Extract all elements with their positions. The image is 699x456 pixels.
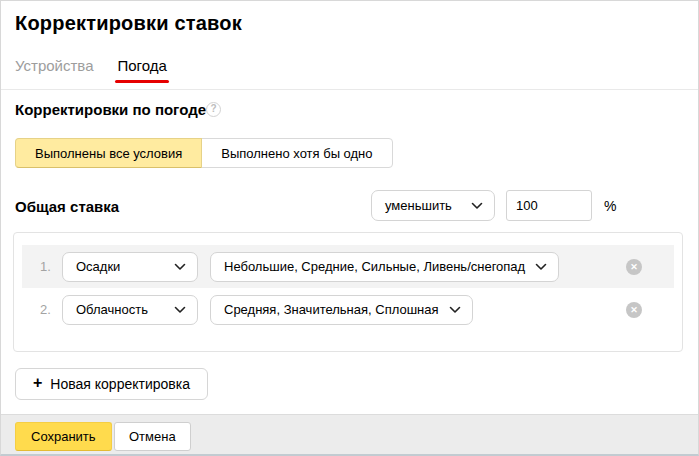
condition-index: 1. <box>40 259 62 274</box>
conditions-container: 1. Осадки Небольшие, Средние, Сильные, Л… <box>13 232 683 352</box>
remove-condition-icon[interactable]: ✕ <box>626 259 642 275</box>
bid-direction-select[interactable]: уменьшить <box>371 190 495 221</box>
condition-values-select[interactable]: Средняя, Значительная, Сплошная <box>210 295 473 325</box>
tab-weather-label: Погода <box>117 57 166 74</box>
chevron-down-icon <box>174 263 186 271</box>
page-title: Корректировки ставок <box>15 12 242 35</box>
percent-input[interactable] <box>506 190 592 221</box>
tabs-divider <box>1 89 698 90</box>
plus-icon: + <box>33 375 42 391</box>
dialog-footer: Сохранить Отмена <box>1 414 698 454</box>
condition-values-text: Средняя, Значительная, Сплошная <box>224 302 439 317</box>
percent-sign: % <box>604 198 616 214</box>
bid-direction-value: уменьшить <box>385 198 452 213</box>
chevron-down-icon <box>471 202 483 210</box>
condition-index: 2. <box>40 302 62 317</box>
total-bid-label: Общая ставка <box>15 198 119 215</box>
toggle-all-conditions[interactable]: Выполнены все условия <box>15 138 202 168</box>
tab-bar: Устройства Погода <box>15 57 167 83</box>
bid-adjustments-dialog: Корректировки ставок Устройства Погода К… <box>0 0 699 456</box>
match-mode-toggle: Выполнены все условия Выполнено хотя бы … <box>15 138 393 168</box>
chevron-down-icon <box>449 306 461 314</box>
chevron-down-icon <box>174 306 186 314</box>
cancel-button[interactable]: Отмена <box>114 422 191 451</box>
active-tab-underline <box>115 80 168 83</box>
condition-values-select[interactable]: Небольшие, Средние, Сильные, Ливень/снег… <box>210 252 559 282</box>
condition-values-text: Небольшие, Средние, Сильные, Ливень/снег… <box>224 259 525 274</box>
condition-parameter-select[interactable]: Облачность <box>62 295 198 325</box>
condition-row: 1. Осадки Небольшие, Средние, Сильные, Л… <box>22 245 674 288</box>
remove-condition-icon[interactable]: ✕ <box>626 302 642 318</box>
toggle-any-condition[interactable]: Выполнено хотя бы одно <box>201 138 392 168</box>
condition-parameter-value: Осадки <box>76 259 120 274</box>
condition-row: 2. Облачность Средняя, Значительная, Спл… <box>22 288 674 331</box>
weather-section-heading: Корректировки по погоде <box>15 101 206 118</box>
condition-parameter-select[interactable]: Осадки <box>62 252 198 282</box>
add-adjustment-label: Новая корректировка <box>50 376 190 392</box>
chevron-down-icon <box>535 263 547 271</box>
condition-parameter-value: Облачность <box>76 302 148 317</box>
tab-weather[interactable]: Погода <box>117 57 166 83</box>
tab-devices[interactable]: Устройства <box>15 57 93 83</box>
help-icon[interactable]: ? <box>206 102 221 117</box>
add-adjustment-button[interactable]: + Новая корректировка <box>15 368 208 400</box>
save-button[interactable]: Сохранить <box>15 422 112 451</box>
